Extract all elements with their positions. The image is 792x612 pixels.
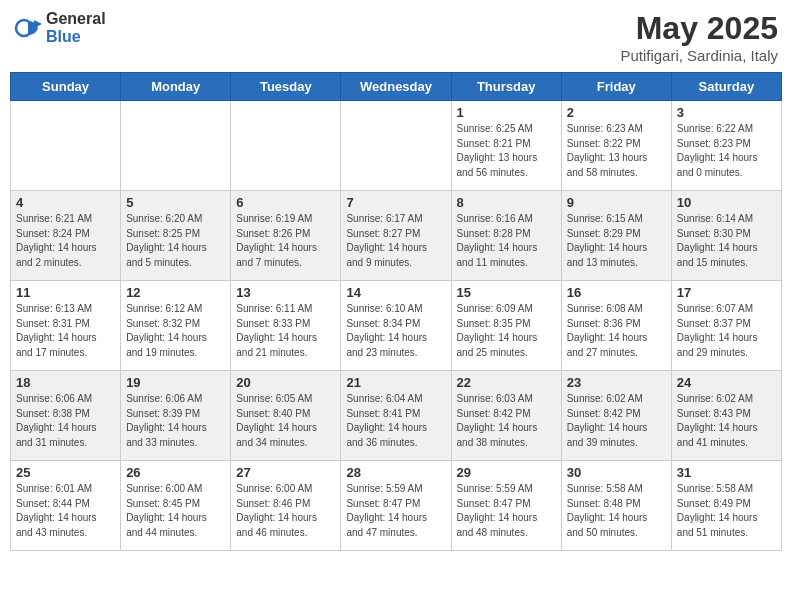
weekday-header-sunday: Sunday [11,73,121,101]
day-info: Sunrise: 6:25 AM Sunset: 8:21 PM Dayligh… [457,122,556,180]
day-number: 15 [457,285,556,300]
day-info: Sunrise: 6:13 AM Sunset: 8:31 PM Dayligh… [16,302,115,360]
calendar-cell: 31Sunrise: 5:58 AM Sunset: 8:49 PM Dayli… [671,461,781,551]
calendar-table: SundayMondayTuesdayWednesdayThursdayFrid… [10,72,782,551]
weekday-header-thursday: Thursday [451,73,561,101]
calendar-cell: 16Sunrise: 6:08 AM Sunset: 8:36 PM Dayli… [561,281,671,371]
day-info: Sunrise: 6:06 AM Sunset: 8:38 PM Dayligh… [16,392,115,450]
calendar-cell: 27Sunrise: 6:00 AM Sunset: 8:46 PM Dayli… [231,461,341,551]
calendar-cell: 24Sunrise: 6:02 AM Sunset: 8:43 PM Dayli… [671,371,781,461]
day-info: Sunrise: 6:15 AM Sunset: 8:29 PM Dayligh… [567,212,666,270]
calendar-cell: 30Sunrise: 5:58 AM Sunset: 8:48 PM Dayli… [561,461,671,551]
day-number: 23 [567,375,666,390]
day-number: 13 [236,285,335,300]
day-number: 3 [677,105,776,120]
day-number: 8 [457,195,556,210]
calendar-cell: 29Sunrise: 5:59 AM Sunset: 8:47 PM Dayli… [451,461,561,551]
calendar-cell: 14Sunrise: 6:10 AM Sunset: 8:34 PM Dayli… [341,281,451,371]
calendar-cell: 9Sunrise: 6:15 AM Sunset: 8:29 PM Daylig… [561,191,671,281]
calendar-cell [11,101,121,191]
day-info: Sunrise: 5:58 AM Sunset: 8:49 PM Dayligh… [677,482,776,540]
title-area: May 2025 Putifigari, Sardinia, Italy [620,10,778,64]
day-info: Sunrise: 6:00 AM Sunset: 8:45 PM Dayligh… [126,482,225,540]
day-info: Sunrise: 6:06 AM Sunset: 8:39 PM Dayligh… [126,392,225,450]
day-info: Sunrise: 6:01 AM Sunset: 8:44 PM Dayligh… [16,482,115,540]
day-number: 4 [16,195,115,210]
calendar-cell: 18Sunrise: 6:06 AM Sunset: 8:38 PM Dayli… [11,371,121,461]
calendar-cell: 21Sunrise: 6:04 AM Sunset: 8:41 PM Dayli… [341,371,451,461]
logo-icon [14,14,42,42]
day-number: 18 [16,375,115,390]
weekday-header-monday: Monday [121,73,231,101]
calendar-cell: 25Sunrise: 6:01 AM Sunset: 8:44 PM Dayli… [11,461,121,551]
weekday-header-tuesday: Tuesday [231,73,341,101]
day-info: Sunrise: 6:21 AM Sunset: 8:24 PM Dayligh… [16,212,115,270]
calendar-cell: 4Sunrise: 6:21 AM Sunset: 8:24 PM Daylig… [11,191,121,281]
day-number: 6 [236,195,335,210]
day-number: 1 [457,105,556,120]
calendar-cell: 3Sunrise: 6:22 AM Sunset: 8:23 PM Daylig… [671,101,781,191]
day-info: Sunrise: 6:09 AM Sunset: 8:35 PM Dayligh… [457,302,556,360]
day-info: Sunrise: 6:17 AM Sunset: 8:27 PM Dayligh… [346,212,445,270]
calendar-cell: 13Sunrise: 6:11 AM Sunset: 8:33 PM Dayli… [231,281,341,371]
day-info: Sunrise: 6:07 AM Sunset: 8:37 PM Dayligh… [677,302,776,360]
calendar-cell: 20Sunrise: 6:05 AM Sunset: 8:40 PM Dayli… [231,371,341,461]
day-number: 10 [677,195,776,210]
calendar-cell: 10Sunrise: 6:14 AM Sunset: 8:30 PM Dayli… [671,191,781,281]
day-info: Sunrise: 6:02 AM Sunset: 8:43 PM Dayligh… [677,392,776,450]
calendar-cell: 7Sunrise: 6:17 AM Sunset: 8:27 PM Daylig… [341,191,451,281]
day-info: Sunrise: 5:59 AM Sunset: 8:47 PM Dayligh… [457,482,556,540]
day-info: Sunrise: 6:20 AM Sunset: 8:25 PM Dayligh… [126,212,225,270]
day-number: 9 [567,195,666,210]
page-header: General Blue May 2025 Putifigari, Sardin… [10,10,782,64]
day-number: 29 [457,465,556,480]
calendar-cell: 6Sunrise: 6:19 AM Sunset: 8:26 PM Daylig… [231,191,341,281]
day-number: 30 [567,465,666,480]
calendar-cell: 5Sunrise: 6:20 AM Sunset: 8:25 PM Daylig… [121,191,231,281]
day-number: 11 [16,285,115,300]
calendar-cell: 22Sunrise: 6:03 AM Sunset: 8:42 PM Dayli… [451,371,561,461]
day-number: 2 [567,105,666,120]
day-number: 14 [346,285,445,300]
day-number: 19 [126,375,225,390]
weekday-header-row: SundayMondayTuesdayWednesdayThursdayFrid… [11,73,782,101]
day-info: Sunrise: 6:05 AM Sunset: 8:40 PM Dayligh… [236,392,335,450]
day-number: 16 [567,285,666,300]
day-number: 26 [126,465,225,480]
weekday-header-wednesday: Wednesday [341,73,451,101]
calendar-cell: 11Sunrise: 6:13 AM Sunset: 8:31 PM Dayli… [11,281,121,371]
day-number: 24 [677,375,776,390]
calendar-row-4: 18Sunrise: 6:06 AM Sunset: 8:38 PM Dayli… [11,371,782,461]
day-number: 7 [346,195,445,210]
calendar-cell: 1Sunrise: 6:25 AM Sunset: 8:21 PM Daylig… [451,101,561,191]
day-info: Sunrise: 6:10 AM Sunset: 8:34 PM Dayligh… [346,302,445,360]
day-info: Sunrise: 6:02 AM Sunset: 8:42 PM Dayligh… [567,392,666,450]
logo: General Blue [14,10,106,45]
month-title: May 2025 [620,10,778,47]
calendar-cell [231,101,341,191]
logo-general-text: General [46,10,106,28]
day-info: Sunrise: 6:00 AM Sunset: 8:46 PM Dayligh… [236,482,335,540]
day-number: 5 [126,195,225,210]
calendar-cell: 15Sunrise: 6:09 AM Sunset: 8:35 PM Dayli… [451,281,561,371]
calendar-row-5: 25Sunrise: 6:01 AM Sunset: 8:44 PM Dayli… [11,461,782,551]
calendar-cell: 26Sunrise: 6:00 AM Sunset: 8:45 PM Dayli… [121,461,231,551]
calendar-cell: 28Sunrise: 5:59 AM Sunset: 8:47 PM Dayli… [341,461,451,551]
day-number: 31 [677,465,776,480]
weekday-header-friday: Friday [561,73,671,101]
calendar-cell: 17Sunrise: 6:07 AM Sunset: 8:37 PM Dayli… [671,281,781,371]
calendar-cell: 12Sunrise: 6:12 AM Sunset: 8:32 PM Dayli… [121,281,231,371]
day-number: 22 [457,375,556,390]
calendar-cell: 2Sunrise: 6:23 AM Sunset: 8:22 PM Daylig… [561,101,671,191]
day-number: 20 [236,375,335,390]
day-number: 12 [126,285,225,300]
day-info: Sunrise: 5:59 AM Sunset: 8:47 PM Dayligh… [346,482,445,540]
day-info: Sunrise: 6:03 AM Sunset: 8:42 PM Dayligh… [457,392,556,450]
calendar-row-3: 11Sunrise: 6:13 AM Sunset: 8:31 PM Dayli… [11,281,782,371]
day-number: 21 [346,375,445,390]
day-info: Sunrise: 6:16 AM Sunset: 8:28 PM Dayligh… [457,212,556,270]
day-number: 27 [236,465,335,480]
calendar-row-2: 4Sunrise: 6:21 AM Sunset: 8:24 PM Daylig… [11,191,782,281]
day-info: Sunrise: 6:23 AM Sunset: 8:22 PM Dayligh… [567,122,666,180]
weekday-header-saturday: Saturday [671,73,781,101]
